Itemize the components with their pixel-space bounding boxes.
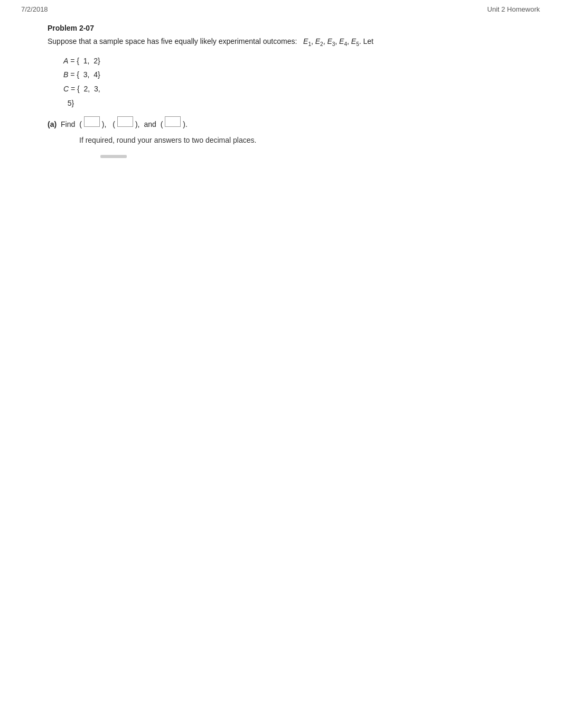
problem-title: Problem 2-07 bbox=[48, 24, 513, 32]
part-a: (a) Find ( ), ( ), and ( ). bbox=[48, 116, 513, 128]
paren-open-1: ( bbox=[79, 120, 82, 128]
paren-close-1: ), bbox=[102, 120, 107, 128]
paren-close-2: ), bbox=[135, 120, 140, 128]
part-a-label: (a) bbox=[48, 120, 57, 128]
paren-open-3: ( bbox=[161, 120, 163, 128]
set-label-a: A bbox=[63, 54, 68, 68]
bar-graphic bbox=[100, 155, 127, 158]
sets-block: A = { 1, 2} B = { 3, 4} C = { 2, 3, 5} bbox=[63, 54, 513, 110]
set-row-c: C = { 2, 3, bbox=[63, 82, 513, 96]
set-label-c: C bbox=[63, 82, 69, 96]
set-label-b: B bbox=[63, 68, 68, 82]
note-text: If required, round your answers to two d… bbox=[79, 136, 513, 144]
date-label: 7/2/2018 bbox=[21, 5, 48, 13]
page-title: Unit 2 Homework bbox=[487, 5, 540, 13]
input-2[interactable] bbox=[117, 116, 133, 127]
find-word: Find bbox=[59, 120, 77, 128]
input-3[interactable] bbox=[165, 116, 181, 127]
set-row-b: B = { 3, 4} bbox=[63, 68, 513, 82]
input-1[interactable] bbox=[84, 116, 100, 127]
problem-intro: Suppose that a sample space has five equ… bbox=[48, 35, 513, 49]
set-row-c-cont: 5} bbox=[63, 96, 513, 110]
paren-open-2: ( bbox=[113, 120, 115, 128]
small-bar-decoration bbox=[100, 155, 513, 158]
paren-close-3: ). bbox=[183, 120, 188, 128]
set-row-a: A = { 1, 2} bbox=[63, 54, 513, 68]
find-line: (a) Find ( ), ( ), and ( ). bbox=[48, 116, 513, 128]
